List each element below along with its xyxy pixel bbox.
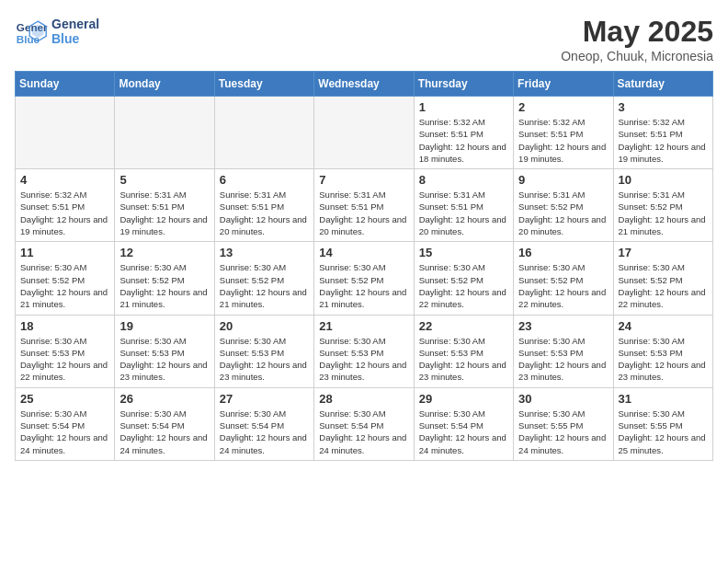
cell-info: Sunrise: 5:30 AMSunset: 5:53 PMDaylight:… [419,335,508,384]
calendar-cell: 18Sunrise: 5:30 AMSunset: 5:53 PMDayligh… [16,315,115,387]
day-number: 8 [419,173,508,187]
calendar-cell: 28Sunrise: 5:30 AMSunset: 5:54 PMDayligh… [314,387,414,460]
cell-info: Sunrise: 5:30 AMSunset: 5:52 PMDaylight:… [20,261,109,310]
calendar-cell: 29Sunrise: 5:30 AMSunset: 5:54 PMDayligh… [414,387,513,460]
calendar-cell: 6Sunrise: 5:31 AMSunset: 5:51 PMDaylight… [214,169,313,242]
calendar-cell: 17Sunrise: 5:30 AMSunset: 5:52 PMDayligh… [613,242,712,315]
calendar-cell: 14Sunrise: 5:30 AMSunset: 5:52 PMDayligh… [314,242,414,315]
day-number: 9 [518,173,608,187]
day-number: 15 [419,246,508,259]
calendar-cell: 25Sunrise: 5:30 AMSunset: 5:54 PMDayligh… [16,387,115,460]
cell-info: Sunrise: 5:30 AMSunset: 5:55 PMDaylight:… [619,408,708,456]
day-header-wednesday: Wednesday [314,72,414,97]
calendar-cell [314,97,414,169]
calendar-cell: 21Sunrise: 5:30 AMSunset: 5:53 PMDayligh… [314,315,414,387]
calendar-body: 1Sunrise: 5:32 AMSunset: 5:51 PMDaylight… [16,97,713,461]
cell-info: Sunrise: 5:31 AMSunset: 5:51 PMDaylight:… [119,189,209,237]
cell-info: Sunrise: 5:30 AMSunset: 5:53 PMDaylight:… [319,335,408,384]
day-number: 14 [319,246,408,259]
week-row-2: 4Sunrise: 5:32 AMSunset: 5:51 PMDaylight… [16,169,713,242]
cell-info: Sunrise: 5:30 AMSunset: 5:53 PMDaylight:… [20,335,109,384]
day-number: 12 [119,246,209,259]
logo-general: General [51,17,99,31]
cell-info: Sunrise: 5:30 AMSunset: 5:52 PMDaylight:… [319,261,408,310]
calendar-cell: 20Sunrise: 5:30 AMSunset: 5:53 PMDayligh… [214,315,313,387]
day-header-tuesday: Tuesday [214,72,313,97]
day-number: 20 [220,319,309,333]
cell-info: Sunrise: 5:30 AMSunset: 5:55 PMDaylight:… [518,408,608,456]
day-number: 4 [20,173,109,187]
calendar-cell: 31Sunrise: 5:30 AMSunset: 5:55 PMDayligh… [613,387,712,460]
calendar-cell: 26Sunrise: 5:30 AMSunset: 5:54 PMDayligh… [115,387,214,460]
day-number: 21 [319,319,408,333]
day-number: 29 [419,392,508,406]
cell-info: Sunrise: 5:32 AMSunset: 5:51 PMDaylight:… [619,116,708,165]
day-number: 7 [319,173,408,187]
calendar-cell [214,97,313,169]
day-number: 30 [518,392,608,406]
calendar-cell: 23Sunrise: 5:30 AMSunset: 5:53 PMDayligh… [514,315,613,387]
day-number: 2 [518,100,608,114]
day-number: 11 [20,246,109,259]
day-number: 26 [119,392,209,406]
cell-info: Sunrise: 5:30 AMSunset: 5:53 PMDaylight:… [518,335,608,384]
calendar-subtitle: Oneop, Chuuk, Micronesia [561,49,713,63]
cell-info: Sunrise: 5:30 AMSunset: 5:53 PMDaylight:… [119,335,209,384]
calendar-cell: 19Sunrise: 5:30 AMSunset: 5:53 PMDayligh… [115,315,214,387]
calendar-cell: 11Sunrise: 5:30 AMSunset: 5:52 PMDayligh… [16,242,115,315]
day-number: 18 [20,319,109,333]
day-number: 6 [220,173,309,187]
week-row-5: 25Sunrise: 5:30 AMSunset: 5:54 PMDayligh… [16,387,713,460]
day-number: 27 [220,392,309,406]
calendar-title: May 2025 [561,15,713,49]
calendar-cell [115,97,214,169]
calendar-cell: 12Sunrise: 5:30 AMSunset: 5:52 PMDayligh… [115,242,214,315]
day-number: 25 [20,392,109,406]
calendar-cell: 3Sunrise: 5:32 AMSunset: 5:51 PMDaylight… [613,97,712,169]
day-number: 19 [119,319,209,333]
page-header: General Blue General Blue May 2025 Oneop… [15,15,713,63]
cell-info: Sunrise: 5:30 AMSunset: 5:52 PMDaylight:… [419,261,508,310]
cell-info: Sunrise: 5:31 AMSunset: 5:51 PMDaylight:… [319,189,408,237]
day-number: 5 [119,173,209,187]
calendar-cell: 1Sunrise: 5:32 AMSunset: 5:51 PMDaylight… [414,97,513,169]
week-row-4: 18Sunrise: 5:30 AMSunset: 5:53 PMDayligh… [16,315,713,387]
cell-info: Sunrise: 5:32 AMSunset: 5:51 PMDaylight:… [20,189,109,237]
cell-info: Sunrise: 5:30 AMSunset: 5:54 PMDaylight:… [20,408,109,456]
day-number: 22 [419,319,508,333]
week-row-1: 1Sunrise: 5:32 AMSunset: 5:51 PMDaylight… [16,97,713,169]
cell-info: Sunrise: 5:31 AMSunset: 5:51 PMDaylight:… [419,189,508,237]
calendar-cell: 2Sunrise: 5:32 AMSunset: 5:51 PMDaylight… [514,97,613,169]
cell-info: Sunrise: 5:30 AMSunset: 5:52 PMDaylight:… [119,261,209,310]
cell-info: Sunrise: 5:31 AMSunset: 5:51 PMDaylight:… [220,189,309,237]
calendar-cell: 10Sunrise: 5:31 AMSunset: 5:52 PMDayligh… [613,169,712,242]
calendar-cell [16,97,115,169]
day-number: 1 [419,100,508,114]
calendar-cell: 13Sunrise: 5:30 AMSunset: 5:52 PMDayligh… [214,242,313,315]
day-number: 28 [319,392,408,406]
day-number: 31 [619,392,708,406]
day-number: 3 [619,100,708,114]
calendar-cell: 9Sunrise: 5:31 AMSunset: 5:52 PMDaylight… [514,169,613,242]
day-number: 23 [518,319,608,333]
calendar-cell: 16Sunrise: 5:30 AMSunset: 5:52 PMDayligh… [514,242,613,315]
calendar-cell: 30Sunrise: 5:30 AMSunset: 5:55 PMDayligh… [514,387,613,460]
day-number: 24 [619,319,708,333]
calendar-cell: 8Sunrise: 5:31 AMSunset: 5:51 PMDaylight… [414,169,513,242]
day-header-thursday: Thursday [414,72,513,97]
calendar-cell: 22Sunrise: 5:30 AMSunset: 5:53 PMDayligh… [414,315,513,387]
week-row-3: 11Sunrise: 5:30 AMSunset: 5:52 PMDayligh… [16,242,713,315]
calendar-cell: 5Sunrise: 5:31 AMSunset: 5:51 PMDaylight… [115,169,214,242]
cell-info: Sunrise: 5:30 AMSunset: 5:52 PMDaylight:… [619,261,708,310]
cell-info: Sunrise: 5:31 AMSunset: 5:52 PMDaylight:… [619,189,708,237]
day-header-sunday: Sunday [16,72,115,97]
day-number: 13 [220,246,309,259]
calendar-cell: 4Sunrise: 5:32 AMSunset: 5:51 PMDaylight… [16,169,115,242]
logo-blue: Blue [51,31,99,46]
calendar-cell: 7Sunrise: 5:31 AMSunset: 5:51 PMDaylight… [314,169,414,242]
title-block: May 2025 Oneop, Chuuk, Micronesia [561,15,713,63]
calendar-cell: 27Sunrise: 5:30 AMSunset: 5:54 PMDayligh… [214,387,313,460]
cell-info: Sunrise: 5:32 AMSunset: 5:51 PMDaylight:… [518,116,608,165]
day-header-friday: Friday [514,72,613,97]
day-header-saturday: Saturday [613,72,712,97]
